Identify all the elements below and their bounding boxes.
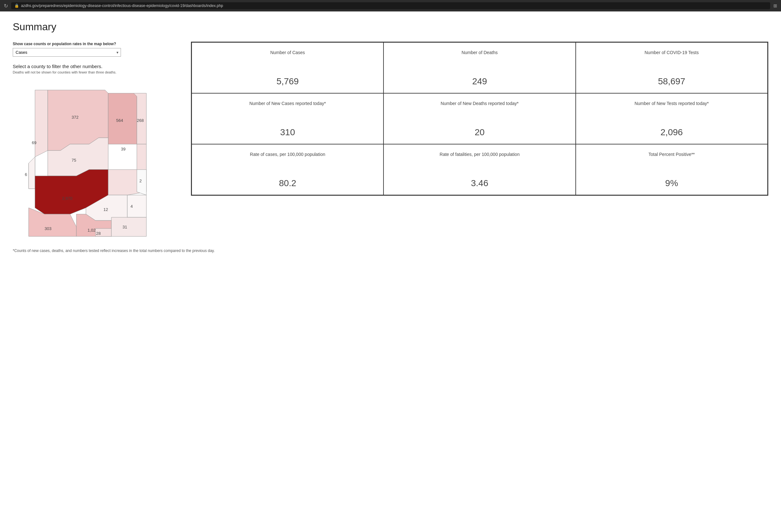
county-select-heading: Select a county to filter the other numb… [13, 64, 178, 69]
stat-value-deaths: 249 [472, 76, 487, 87]
stat-card-case-rate: Rate of cases, per 100,000 population 80… [192, 144, 383, 195]
arizona-map[interactable]: 69 372 564 268 75 6 [13, 81, 150, 240]
cochise-label: 31 [123, 224, 127, 230]
graham-label: 4 [130, 204, 133, 209]
lapaz-label: 6 [25, 172, 27, 177]
stat-label-case-rate: Rate of cases, per 100,000 population [250, 152, 325, 158]
stat-label-cases: Number of Cases [270, 50, 305, 56]
browser-chrome: ↻ 🔒 azdhs.gov/preparedness/epidemiology-… [0, 0, 781, 11]
stat-card-new-cases: Number of New Cases reported today* 310 [192, 93, 383, 144]
apache-label: 268 [137, 118, 144, 123]
stat-card-fatality-rate: Rate of fatalities, per 100,000 populati… [383, 144, 575, 195]
stat-value-fatality-rate: 3.46 [471, 178, 489, 188]
stat-card-new-deaths: Number of New Deaths reported today* 20 [383, 93, 575, 144]
extension-icon: ⊞ [773, 3, 777, 8]
stat-value-new-deaths: 20 [475, 127, 484, 137]
pinal-label: 12 [104, 207, 108, 212]
dropdown-wrapper: Cases Population Rates [13, 48, 121, 57]
yavapai-label: 75 [72, 158, 76, 163]
stat-card-deaths: Number of Deaths 249 [383, 42, 575, 93]
stat-value-case-rate: 80.2 [279, 178, 296, 188]
cases-dropdown[interactable]: Cases Population Rates [13, 48, 121, 57]
page-title: Summary [13, 21, 768, 33]
stat-value-new-cases: 310 [280, 127, 295, 137]
lapaz-county[interactable] [29, 157, 35, 189]
stat-card-percent-positive: Total Percent Positive** 9% [576, 144, 768, 195]
page-content: Summary Show case counts or population r… [0, 11, 781, 262]
stat-card-cases: Number of Cases 5,769 [192, 42, 383, 93]
yuma-label: 303 [45, 226, 51, 231]
refresh-icon[interactable]: ↻ [4, 3, 8, 9]
url-bar: 🔒 azdhs.gov/preparedness/epidemiology-di… [11, 2, 770, 9]
stat-label-deaths: Number of Deaths [461, 50, 498, 56]
graham-county[interactable] [127, 195, 147, 217]
top-section: Show case counts or population rates in … [13, 42, 768, 240]
stat-card-new-tests: Number of New Tests reported today* 2,09… [576, 93, 768, 144]
stat-value-cases: 5,769 [277, 76, 299, 87]
greenlee-label: 2 [139, 178, 141, 183]
stat-label-tests: Number of COVID-19 Tests [645, 50, 699, 56]
stat-card-tests: Number of COVID-19 Tests 58,697 [576, 42, 768, 93]
cochise-county[interactable] [111, 217, 147, 236]
url-text: azdhs.gov/preparedness/epidemiology-dise… [21, 3, 223, 8]
stats-grid: Number of Cases 5,769 Number of Deaths 2… [191, 42, 768, 196]
stat-value-percent-positive: 9% [665, 178, 678, 188]
lock-icon: 🔒 [14, 3, 19, 8]
stat-label-new-tests: Number of New Tests reported today* [634, 100, 709, 107]
gila-label: 39 [121, 147, 125, 152]
stat-value-new-tests: 2,096 [660, 127, 683, 137]
stat-label-new-deaths: Number of New Deaths reported today* [441, 100, 519, 107]
stat-label-new-cases: Number of New Cases reported today* [249, 100, 326, 107]
santacruz-label: 28 [96, 231, 100, 236]
stat-label-percent-positive: Total Percent Positive** [649, 152, 695, 158]
left-panel: Show case counts or population rates in … [13, 42, 178, 240]
stat-label-fatality-rate: Rate of fatalities, per 100,000 populati… [440, 152, 520, 158]
stat-value-tests: 58,697 [658, 76, 686, 87]
filter-label: Show case counts or population rates in … [13, 42, 178, 46]
maricopa-label: 2,970 [62, 196, 73, 201]
county-select-subtext: Deaths will not be shown for counties wi… [13, 70, 178, 74]
footer-note: *Counts of new cases, deaths, and number… [13, 248, 248, 253]
coconino-label: 372 [72, 115, 79, 120]
mohave-label: 69 [32, 140, 36, 145]
navajo-label: 564 [116, 118, 123, 123]
